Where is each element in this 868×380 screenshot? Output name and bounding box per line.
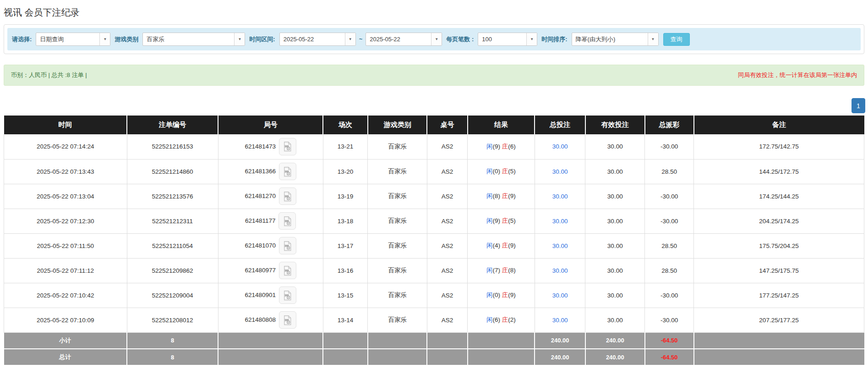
- cell-result: 闲(9) 庄(6): [468, 134, 535, 159]
- cell-valid-bet: 30.00: [585, 233, 645, 258]
- page-button-1[interactable]: 1: [852, 98, 865, 113]
- table-header-row: 时间注单编号局号场次游戏类别桌号结果总投注有效投注总派彩备注: [4, 116, 864, 134]
- video-file-icon: [282, 141, 293, 152]
- cell-round-no: 621481177: [218, 209, 323, 233]
- cell-note: 204.25/174.25: [694, 209, 864, 233]
- cell-time: 2025-05-22 07:11:50: [4, 233, 127, 258]
- col-header-total-payout: 总派彩: [645, 116, 694, 134]
- date-range-separator: ~: [359, 36, 363, 43]
- total-bet-link[interactable]: 30.00: [552, 218, 568, 225]
- filter-bar: 请选择: 日期查询 ▼ 游戏类别 百家乐 ▼ 时间区间: 2025-05-22 …: [7, 28, 861, 50]
- result-banker-label: 庄: [502, 242, 508, 249]
- cell-note: 147.25/175.75: [694, 258, 864, 283]
- video-file-icon: [282, 315, 293, 325]
- video-record-button[interactable]: [278, 212, 296, 230]
- cell-total-bet: 30.00: [535, 134, 585, 159]
- cell-total-payout: 28.50: [645, 258, 694, 283]
- search-button[interactable]: 查询: [663, 33, 690, 46]
- result-player-score: (4): [493, 242, 502, 249]
- summary-result: [468, 332, 535, 349]
- col-header-bet-no: 注单编号: [127, 116, 218, 134]
- cell-total-payout: 28.50: [645, 159, 694, 184]
- bet-records-table: 时间注单编号局号场次游戏类别桌号结果总投注有效投注总派彩备注 2025-05-2…: [4, 116, 864, 366]
- cell-total-payout: -30.00: [645, 308, 694, 332]
- cell-valid-bet: 30.00: [585, 308, 645, 332]
- result-player-label: 闲: [486, 217, 493, 224]
- table-row: 2025-05-22 07:11:50522521211054621481070…: [4, 233, 864, 258]
- query-type-select[interactable]: 日期查询 ▼: [36, 33, 110, 46]
- summary-label: 总计: [4, 349, 127, 365]
- total-bet-link[interactable]: 30.00: [552, 143, 568, 150]
- total-bet-link[interactable]: 30.00: [552, 317, 568, 324]
- video-file-icon: [282, 166, 293, 177]
- col-header-session: 场次: [323, 116, 368, 134]
- cell-game-type: 百家乐: [368, 233, 427, 258]
- cell-time: 2025-05-22 07:13:43: [4, 159, 127, 184]
- summary-count: 8: [127, 332, 218, 349]
- cell-time: 2025-05-22 07:12:30: [4, 209, 127, 233]
- result-banker-label: 庄: [502, 267, 508, 274]
- total-bet-link[interactable]: 30.00: [552, 168, 568, 175]
- round-no-text: 621481366: [245, 168, 276, 175]
- summary-session: [323, 349, 368, 365]
- cell-valid-bet: 30.00: [585, 159, 645, 184]
- cell-total-payout: -30.00: [645, 184, 694, 209]
- cell-game-type: 百家乐: [368, 159, 427, 184]
- video-record-button[interactable]: [279, 262, 296, 279]
- col-header-valid-bet: 有效投注: [585, 116, 645, 134]
- table-row: 2025-05-22 07:11:12522521209862621480977…: [4, 258, 864, 283]
- round-no-text: 621481473: [245, 143, 276, 149]
- cell-total-bet: 30.00: [535, 283, 585, 308]
- chevron-down-icon: ▼: [526, 33, 537, 45]
- cell-table-no: AS2: [427, 258, 467, 283]
- cell-total-bet: 30.00: [535, 308, 585, 332]
- cell-session: 13-16: [323, 258, 368, 283]
- cell-result: 闲(0) 庄(9): [468, 283, 535, 308]
- cell-session: 13-18: [323, 209, 368, 233]
- total-bet-link[interactable]: 30.00: [552, 267, 568, 274]
- cell-time: 2025-05-22 07:13:04: [4, 184, 127, 209]
- video-record-button[interactable]: [279, 138, 296, 155]
- video-record-button[interactable]: [279, 286, 296, 304]
- table-row: 2025-05-22 07:10:09522521208012621480808…: [4, 308, 864, 332]
- col-header-note: 备注: [694, 116, 864, 134]
- cell-total-payout: -30.00: [645, 209, 694, 233]
- video-record-button[interactable]: [279, 237, 296, 254]
- filter-panel: 请选择: 日期查询 ▼ 游戏类别 百家乐 ▼ 时间区间: 2025-05-22 …: [4, 24, 864, 54]
- date-to-select[interactable]: 2025-05-22 ▼: [366, 33, 442, 46]
- cell-total-bet: 30.00: [535, 233, 585, 258]
- chevron-down-icon: ▼: [99, 33, 110, 45]
- total-bet-link[interactable]: 30.00: [552, 193, 568, 200]
- chevron-down-icon: ▼: [345, 33, 355, 45]
- game-type-select[interactable]: 百家乐 ▼: [142, 33, 245, 46]
- date-from-select[interactable]: 2025-05-22 ▼: [279, 33, 356, 46]
- total-bet-link[interactable]: 30.00: [552, 242, 568, 249]
- cell-valid-bet: 30.00: [585, 134, 645, 159]
- cell-valid-bet: 30.00: [585, 209, 645, 233]
- cell-total-payout: -30.00: [645, 283, 694, 308]
- page-size-label: 每页笔数 :: [445, 35, 475, 44]
- video-record-button[interactable]: [279, 187, 296, 205]
- summary-table-no: [427, 332, 467, 349]
- col-header-total-bet: 总投注: [535, 116, 585, 134]
- total-bet-link[interactable]: 30.00: [552, 292, 568, 299]
- cell-table-no: AS2: [427, 209, 467, 233]
- cell-session: 13-20: [323, 159, 368, 184]
- summary-table-no: [427, 349, 467, 365]
- col-header-round-no: 局号: [218, 116, 323, 134]
- cell-note: 177.25/147.25: [694, 283, 864, 308]
- cell-time: 2025-05-22 07:11:12: [4, 258, 127, 283]
- result-player-score: (7): [493, 267, 502, 274]
- result-banker-score: (9): [508, 193, 516, 199]
- cell-result: 闲(6) 庄(2): [468, 308, 535, 332]
- sort-order-select[interactable]: 降幂(由大到小) ▼: [572, 33, 659, 46]
- cell-time: 2025-05-22 07:10:09: [4, 308, 127, 332]
- cell-game-type: 百家乐: [368, 134, 427, 159]
- video-record-button[interactable]: [279, 311, 296, 329]
- video-record-button[interactable]: [279, 163, 296, 180]
- summary-result: [468, 349, 535, 365]
- cell-valid-bet: 30.00: [585, 184, 645, 209]
- page-size-select[interactable]: 100 ▼: [478, 33, 537, 46]
- sort-order-label: 时间排序:: [540, 35, 568, 44]
- cell-table-no: AS2: [427, 233, 467, 258]
